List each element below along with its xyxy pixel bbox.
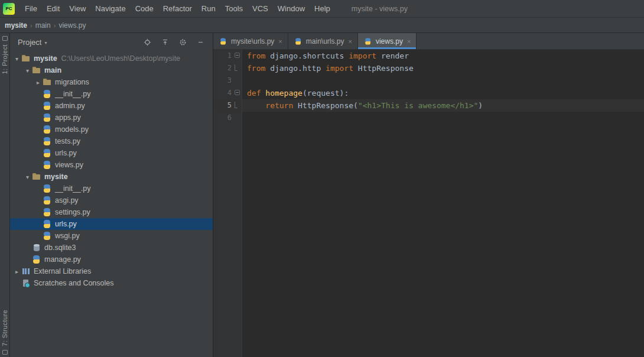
python-icon <box>43 231 52 241</box>
tree-item-wsgi-py[interactable]: wsgi.py <box>10 230 213 242</box>
line-number: 3 <box>227 74 232 87</box>
editor-tab[interactable]: mysite\urls.py × <box>213 33 288 49</box>
tree-item-label: __init__.py <box>55 90 90 98</box>
tool-window-top-group: 1: Project <box>1 36 8 74</box>
tree-item-asgi-py[interactable]: asgi.py <box>10 194 213 206</box>
tree-item-external-libraries[interactable]: ▸ External Libraries <box>10 265 213 277</box>
collapse-all-icon[interactable] <box>161 38 169 46</box>
breadcrumb-separator-icon: › <box>54 22 56 29</box>
code-line[interactable]: 1 − from django.shortcuts import render <box>213 50 644 62</box>
folder-icon <box>32 66 41 75</box>
tree-item-scratches-and-consoles[interactable]: Scratches and Consoles <box>10 277 213 289</box>
locate-file-icon[interactable] <box>144 38 151 46</box>
line-number: 2 <box>227 62 232 74</box>
tree-item-init-py[interactable]: __init__.py <box>10 183 213 194</box>
gutter-cell: 3 <box>213 74 242 87</box>
code-token: import <box>326 64 358 73</box>
python-icon <box>43 125 52 134</box>
python-icon <box>43 113 52 122</box>
tree-item-settings-py[interactable]: settings.py <box>10 206 213 218</box>
hide-panel-icon[interactable] <box>197 38 204 46</box>
workspace: 1: Project 7: Structure Project ▾ <box>0 33 644 357</box>
close-tab-icon[interactable]: × <box>407 38 411 45</box>
breadcrumb-item: › main <box>27 21 51 30</box>
tree-item-label: mysite <box>44 173 68 181</box>
tab-label: main\urls.py <box>306 37 344 46</box>
code-line[interactable]: 5 return HttpResponse("<h1>This is aweso… <box>213 99 644 112</box>
python-icon <box>43 160 52 170</box>
breadcrumb-label[interactable]: main <box>35 21 51 30</box>
tree-item-views-py[interactable]: views.py <box>10 159 213 171</box>
menu-item-tools[interactable]: Tools <box>220 4 248 13</box>
structure-tool-button[interactable]: 7: Structure <box>1 310 8 346</box>
tree-item-admin-py[interactable]: admin.py <box>10 100 213 112</box>
menu-item-file[interactable]: File <box>20 4 42 13</box>
gutter-cell: 1 − <box>213 50 242 62</box>
breadcrumb-item: mysite <box>5 21 27 30</box>
tree-item-apps-py[interactable]: apps.py <box>10 112 213 124</box>
menu-item-navigate[interactable]: Navigate <box>90 4 130 13</box>
code-token: "<h1>This is awesome</h1>" <box>358 101 479 110</box>
menu-item-code[interactable]: Code <box>131 4 158 13</box>
chevron-icon[interactable]: ▾ <box>23 67 32 74</box>
chevron-icon[interactable]: ▾ <box>23 174 32 180</box>
menu-item-help[interactable]: Help <box>310 4 335 13</box>
close-tab-icon[interactable]: × <box>348 38 352 45</box>
editor-tab[interactable]: main\urls.py × <box>288 33 358 49</box>
gutter-cell: 6 <box>213 112 242 124</box>
tree-item-migrations[interactable]: ▸ migrations <box>10 76 213 88</box>
python-icon <box>43 89 52 99</box>
code-line[interactable]: 3 <box>213 74 644 87</box>
breadcrumb-label[interactable]: views.py <box>58 21 86 30</box>
tree-item-mysite[interactable]: ▾ mysite C:\Users\LeoUmesh\Desktop\mysit… <box>10 53 213 64</box>
chevron-icon[interactable]: ▸ <box>34 79 43 86</box>
breadcrumb-label[interactable]: mysite <box>5 21 27 30</box>
settings-gear-icon[interactable] <box>179 38 187 46</box>
project-tool-button[interactable]: 1: Project <box>1 44 8 74</box>
python-icon <box>43 148 52 158</box>
tree-item-db-sqlite3[interactable]: db.sqlite3 <box>10 242 213 254</box>
folder-icon <box>21 54 31 63</box>
tree-item-models-py[interactable]: models.py <box>10 124 213 135</box>
chevron-icon[interactable]: ▸ <box>12 268 21 275</box>
tree-item-label: mysite <box>34 54 57 63</box>
code-line[interactable]: 2 from django.http import HttpResponse <box>213 62 644 74</box>
code-line[interactable]: 4 − def homepage(request): <box>213 87 644 99</box>
tree-item-tests-py[interactable]: tests.py <box>10 135 213 147</box>
code-line[interactable]: 6 <box>213 112 644 124</box>
tree-item-label: tests.py <box>55 137 80 145</box>
tree-item-urls-py[interactable]: urls.py <box>10 218 213 230</box>
code-token: return <box>265 101 298 110</box>
editor-tab[interactable]: views.py × <box>358 33 417 49</box>
menu-item-window[interactable]: Window <box>273 4 310 13</box>
close-tab-icon[interactable]: × <box>278 38 282 45</box>
line-number: 1 <box>227 50 232 62</box>
menu-item-refactor[interactable]: Refactor <box>158 4 197 13</box>
tree-item-label: External Libraries <box>34 267 91 275</box>
editor-area: mysite\urls.py × main\urls.py × views.py… <box>213 33 644 357</box>
code-text: from django.http import HttpResponse <box>242 62 414 74</box>
menu-bar: PC FileEditViewNavigateCodeRefactorRunTo… <box>0 0 644 18</box>
python-icon <box>32 255 41 264</box>
tree-item-label: asgi.py <box>55 196 79 205</box>
python-icon <box>43 196 52 205</box>
tree-item-manage-py[interactable]: manage.py <box>10 254 213 265</box>
tree-item-init-py[interactable]: __init__.py <box>10 88 213 100</box>
tree-item-main[interactable]: ▾ main <box>10 64 213 76</box>
code-text: from django.shortcuts import render <box>242 50 409 62</box>
breadcrumb-bar: mysite › main › views.py <box>0 18 644 33</box>
panel-header-actions <box>144 38 207 46</box>
tree-item-mysite[interactable]: ▾ mysite <box>10 171 213 183</box>
tree-item-urls-py[interactable]: urls.py <box>10 147 213 159</box>
menu-item-view[interactable]: View <box>64 4 90 13</box>
chevron-icon[interactable]: ▾ <box>12 56 21 62</box>
menu-item-run[interactable]: Run <box>197 4 220 13</box>
code-token: django.shortcuts <box>270 51 349 60</box>
editor-empty-area[interactable] <box>213 124 644 357</box>
python-icon <box>43 207 52 217</box>
main-menu: FileEditViewNavigateCodeRefactorRunTools… <box>20 4 335 13</box>
code-token: from <box>247 64 270 73</box>
menu-item-edit[interactable]: Edit <box>42 4 64 13</box>
project-view-selector[interactable]: Project ▾ <box>18 38 47 47</box>
menu-item-vcs[interactable]: VCS <box>248 4 273 13</box>
